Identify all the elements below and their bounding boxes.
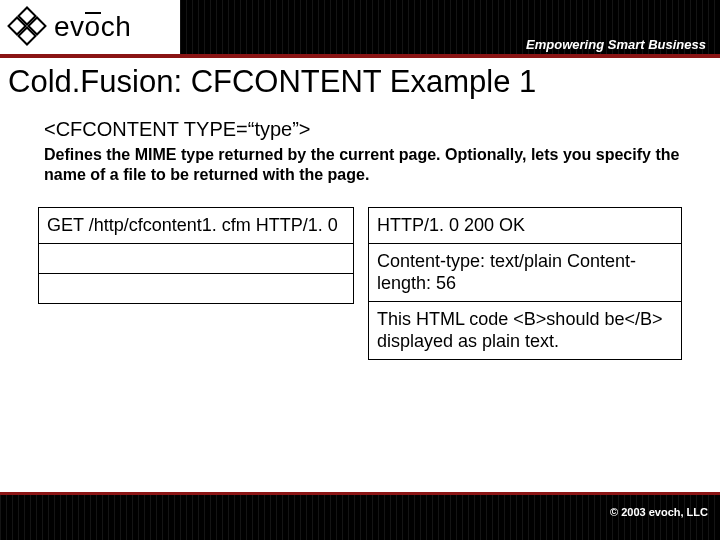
tables-row: GET /http/cfcontent1. cfm HTTP/1. 0 HTTP… — [8, 207, 712, 360]
header-bar: evoch Empowering Smart Business — [0, 0, 720, 58]
brand-name: evoch — [54, 11, 131, 43]
copyright-text: © 2003 evoch, LLC — [610, 506, 708, 518]
slide: evoch Empowering Smart Business Cold.Fus… — [0, 0, 720, 540]
request-cell — [39, 243, 354, 273]
header-accent-stripe — [0, 54, 720, 58]
logo-area: evoch — [0, 0, 180, 54]
request-cell — [39, 273, 354, 303]
response-cell: Content-type: text/plain Content-length:… — [368, 243, 681, 301]
page-title: Cold.Fusion: CFCONTENT Example 1 — [8, 64, 712, 100]
footer-accent-stripe — [0, 492, 720, 495]
request-table: GET /http/cfcontent1. cfm HTTP/1. 0 — [38, 207, 354, 304]
syntax-line: <CFCONTENT TYPE=“type”> — [44, 118, 688, 141]
logo-icon — [10, 9, 46, 45]
response-cell: HTTP/1. 0 200 OK — [368, 208, 681, 244]
request-cell: GET /http/cfcontent1. cfm HTTP/1. 0 — [39, 208, 354, 244]
content-area: Cold.Fusion: CFCONTENT Example 1 <CFCONT… — [0, 58, 720, 360]
tagline: Empowering Smart Business — [526, 37, 706, 52]
description-text: Defines the MIME type returned by the cu… — [44, 145, 688, 185]
footer-bar: © 2003 evoch, LLC — [0, 492, 720, 540]
response-cell: This HTML code <B>should be</B> displaye… — [368, 301, 681, 359]
response-table: HTTP/1. 0 200 OK Content-type: text/plai… — [368, 207, 682, 360]
